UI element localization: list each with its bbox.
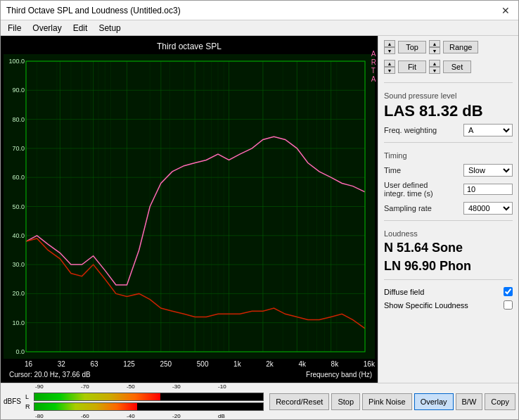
level-meter-area: -90 -70 -50 -30 -10 L R xyxy=(25,383,264,420)
set-up-btn[interactable]: ▲ xyxy=(429,60,440,67)
bottom-bar: dBFS -90 -70 -50 -30 -10 L xyxy=(1,383,518,419)
diffuse-field-checkbox[interactable] xyxy=(504,287,513,296)
pink-noise-button[interactable]: Pink Noise xyxy=(362,393,412,410)
top-spin-group: ▲ ▼ xyxy=(384,40,395,54)
set-spin-group: ▲ ▼ xyxy=(429,60,440,74)
user-defined-row: User definedintegr. time (s) xyxy=(384,181,513,198)
x-tick: 16k xyxy=(364,360,375,368)
fit-set-controls: ▲ ▼ Fit ▲ ▼ Set xyxy=(384,60,513,74)
x-tick: 250 xyxy=(160,360,172,368)
top-up-btn[interactable]: ▲ xyxy=(384,40,395,47)
spl-canvas xyxy=(4,54,375,359)
r-fill xyxy=(34,403,137,410)
show-specific-label: Show Specific Loudness xyxy=(384,301,468,310)
stop-button[interactable]: Stop xyxy=(331,393,360,410)
range-up-btn[interactable]: ▲ xyxy=(429,40,440,47)
level-l-row: L xyxy=(25,393,264,401)
sampling-rate-select[interactable]: 44100 48000 96000 xyxy=(463,202,513,215)
close-button[interactable]: ✕ xyxy=(499,4,513,18)
spl-section-label: Sound pressure level xyxy=(384,91,513,100)
x-tick: 1k xyxy=(233,360,241,368)
sampling-rate-label: Sampling rate xyxy=(384,204,461,212)
main-window: Third Octave SPL and Loudness (Untitled.… xyxy=(0,0,519,420)
cursor-text: Cursor: 20.0 Hz, 37.66 dB xyxy=(9,371,91,378)
x-tick: 2k xyxy=(266,360,274,368)
loudness-n-value: N 51.64 Sone xyxy=(384,241,513,256)
l-bar xyxy=(34,393,264,401)
menu-edit[interactable]: Edit xyxy=(69,22,92,34)
tick-30: -30 xyxy=(172,383,181,390)
x-tick: 16 xyxy=(25,360,32,368)
menu-setup[interactable]: Setup xyxy=(94,22,124,34)
diffuse-field-row: Diffuse field xyxy=(384,287,513,296)
chart-area: Third octave SPL ARTA dB 16 32 63 125 25… xyxy=(1,36,378,383)
tick-50: -50 xyxy=(127,383,135,390)
time-row: Time Slow Fast Impulse xyxy=(384,164,513,177)
freq-weight-select[interactable]: A C Z xyxy=(463,124,513,136)
l-fill xyxy=(34,393,160,400)
r-label: R xyxy=(25,403,32,410)
divider-4 xyxy=(384,279,513,280)
freq-band-label: Frequency band (Hz) xyxy=(306,371,372,378)
arta-label: ARTA xyxy=(371,50,376,84)
range-spin-group: ▲ ▼ xyxy=(429,40,440,54)
level-r-row: R xyxy=(25,402,264,411)
set-down-btn[interactable]: ▼ xyxy=(429,67,440,74)
tick-70: -70 xyxy=(81,383,89,390)
tick-40: -40 xyxy=(127,413,135,419)
record-reset-button[interactable]: Record/Reset xyxy=(269,393,329,410)
x-axis: 16 32 63 125 250 500 1k 2k 4k 8k 16k xyxy=(4,359,375,369)
copy-button[interactable]: Copy xyxy=(485,393,515,410)
tick-60: -60 xyxy=(81,413,89,419)
chart-title: Third octave SPL xyxy=(1,42,378,51)
fit-spin-group: ▲ ▼ xyxy=(384,60,395,74)
tick-20: -20 xyxy=(172,413,181,419)
fit-up-btn[interactable]: ▲ xyxy=(384,60,395,67)
x-tick: 8k xyxy=(331,360,339,368)
fit-down-btn[interactable]: ▼ xyxy=(384,67,395,74)
loudness-ln-value: LN 96.90 Phon xyxy=(384,259,513,274)
range-down-btn[interactable]: ▼ xyxy=(429,47,440,54)
show-specific-checkbox[interactable] xyxy=(504,300,513,310)
diffuse-field-label: Diffuse field xyxy=(384,288,424,296)
overlay-button[interactable]: Overlay xyxy=(414,393,454,410)
set-button[interactable]: Set xyxy=(443,61,471,73)
show-specific-row: Show Specific Loudness xyxy=(384,300,513,310)
x-tick: 500 xyxy=(197,360,209,368)
divider-2 xyxy=(384,142,513,143)
l-label: L xyxy=(25,393,32,400)
menu-bar: File Overlay Edit Setup xyxy=(1,20,518,36)
title-bar: Third Octave SPL and Loudness (Untitled.… xyxy=(1,1,518,20)
loudness-section-label: Loudness xyxy=(384,229,513,238)
tick-80: -80 xyxy=(35,413,44,419)
right-panel: ▲ ▼ Top ▲ ▼ Range ▲ ▼ Fit ▲ ▼ xyxy=(378,36,518,383)
spl-value: LAS 81.32 dB xyxy=(384,103,513,120)
timing-section-label: Timing xyxy=(384,151,513,160)
x-tick: 63 xyxy=(90,360,98,368)
r-bar xyxy=(34,402,264,411)
divider-1 xyxy=(384,82,513,83)
time-select[interactable]: Slow Fast Impulse xyxy=(463,164,513,177)
divider-3 xyxy=(384,220,513,221)
user-defined-input[interactable] xyxy=(463,184,513,195)
dbfs-label: dBFS xyxy=(4,397,21,405)
top-down-btn[interactable]: ▼ xyxy=(384,47,395,54)
tick-10: -10 xyxy=(218,383,226,390)
freq-weight-label: Freq. weighting xyxy=(384,126,461,134)
range-button[interactable]: Range xyxy=(443,41,478,53)
tick-db: dB xyxy=(218,413,225,419)
chart-wrapper: dB xyxy=(4,54,375,359)
menu-file[interactable]: File xyxy=(4,22,25,34)
main-content: Third octave SPL ARTA dB 16 32 63 125 25… xyxy=(1,36,518,383)
freq-weight-row: Freq. weighting A C Z xyxy=(384,124,513,136)
bw-button[interactable]: B/W xyxy=(456,393,483,410)
x-tick: 125 xyxy=(123,360,135,368)
top-controls: ▲ ▼ Top ▲ ▼ Range xyxy=(384,40,513,54)
cursor-info: Cursor: 20.0 Hz, 37.66 dB Frequency band… xyxy=(4,369,375,380)
fit-button[interactable]: Fit xyxy=(398,61,426,73)
menu-overlay[interactable]: Overlay xyxy=(28,22,65,34)
top-button[interactable]: Top xyxy=(398,41,426,53)
x-tick: 4k xyxy=(298,360,306,368)
window-title: Third Octave SPL and Loudness (Untitled.… xyxy=(6,6,181,15)
user-defined-label: User definedintegr. time (s) xyxy=(384,181,461,198)
